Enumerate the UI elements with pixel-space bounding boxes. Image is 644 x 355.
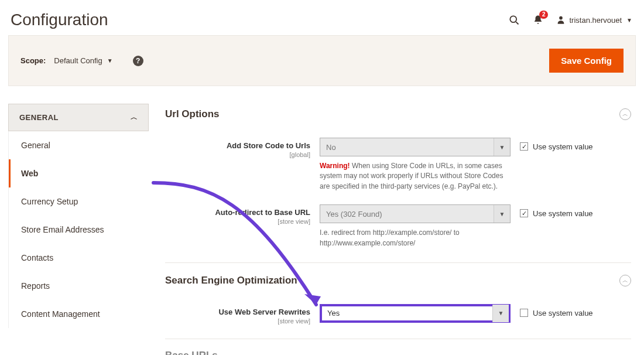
page-title: Configuration [11,11,108,29]
field-label-web-rewrites: Use Web Server Rewrites [165,308,310,316]
scope-value: Default Config [54,56,102,65]
select-value: Yes (302 Found) [326,210,382,219]
notifications-badge: 2 [539,11,549,19]
username: tristan.hervouet [569,16,622,25]
field-help-auto-redirect: I.e. redirect from http://example.com/st… [320,228,511,248]
use-system-value-label: Use system value [533,309,593,318]
chevron-down-icon: ▼ [107,57,113,64]
field-label-auto-redirect: Auto-redirect to Base URL [165,208,310,217]
auto-redirect-select: Yes (302 Found) ▼ [320,204,511,223]
scope-bar: Scope: Default Config ▼ ? Save Config [8,35,636,86]
field-scope: [store view] [165,218,310,225]
use-system-value-checkbox[interactable] [520,209,528,217]
sidebar-item-reports[interactable]: Reports [9,272,149,300]
chevron-down-icon: ▼ [494,138,510,156]
use-system-value-checkbox[interactable] [520,309,528,317]
collapse-icon[interactable]: ︿ [619,275,631,286]
user-icon [556,15,566,25]
search-icon[interactable] [508,14,520,26]
chevron-down-icon: ▼ [626,17,632,23]
use-system-value-label: Use system value [533,209,593,218]
svg-point-0 [511,16,517,22]
save-config-button[interactable]: Save Config [549,49,624,73]
sidebar-item-web[interactable]: Web [9,159,149,187]
chevron-down-icon: ▼ [492,305,509,322]
sidebar: GENERAL ︿ GeneralWebCurrency SetupStore … [8,104,149,355]
field-label-store-code: Add Store Code to Urls [165,141,310,150]
chevron-up-icon: ︿ [131,112,138,122]
scope-label: Scope: [20,56,46,65]
sidebar-item-currency-setup[interactable]: Currency Setup [9,187,149,216]
select-value: Yes [327,309,340,318]
use-system-value-checkbox[interactable] [520,142,528,151]
sidebar-item-contacts[interactable]: Contacts [9,244,149,272]
web-rewrites-select[interactable]: Yes ▼ [320,304,511,323]
use-system-value-label: Use system value [533,142,593,151]
field-scope: [global] [165,151,310,158]
chevron-down-icon: ▼ [494,205,510,223]
field-scope: [store view] [165,318,310,325]
sidebar-item-general[interactable]: General [9,131,149,159]
scope-selector[interactable]: Default Config ▼ [54,56,112,65]
section-title-seo[interactable]: Search Engine Optimization [165,275,297,286]
field-help-store-code: Warning! When using Store Code in URLs, … [320,161,511,192]
help-icon[interactable]: ? [133,56,143,66]
notifications-icon[interactable]: 2 [533,14,543,26]
select-value: No [326,143,336,152]
collapse-icon[interactable]: ︿ [619,108,631,120]
section-title-base-urls[interactable]: Base URLs [165,350,218,355]
store-code-select: No ▼ [320,138,511,156]
sidebar-item-content-management[interactable]: Content Management [9,300,149,328]
sidebar-group-general[interactable]: GENERAL ︿ [8,104,149,131]
section-title-url-options[interactable]: Url Options [165,108,220,120]
user-menu[interactable]: tristan.hervouet ▼ [556,15,632,25]
sidebar-group-label: GENERAL [19,113,59,122]
sidebar-item-store-email-addresses[interactable]: Store Email Addresses [9,216,149,244]
svg-line-1 [516,22,519,24]
svg-point-2 [560,16,563,20]
